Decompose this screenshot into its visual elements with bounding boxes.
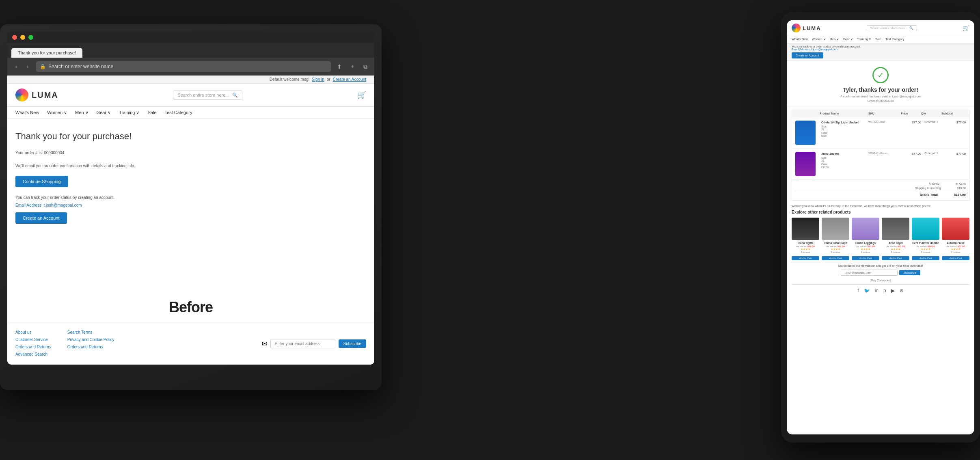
tablet-cart-icon[interactable]: 🛒 [963,25,969,31]
footer-customer-service[interactable]: Customer Service [15,336,51,343]
tablet-nav-whats-new[interactable]: What's New [792,37,808,41]
mac-fullscreen-dot[interactable] [28,35,33,40]
grand-total-label: Grand Total [920,193,938,197]
linkedin-icon[interactable]: in [875,288,879,294]
continue-shopping-button[interactable]: Continue Shopping [15,176,68,187]
search-icon[interactable]: 🔍 [232,93,238,98]
add-to-cart-button-5[interactable]: Add to Cart [912,256,939,260]
product-card-reviews-2: 3 reviews [822,251,849,253]
thank-you-title: Thank you for your purchase! [15,131,366,142]
youtube-icon[interactable]: ▶ [891,288,895,294]
footer-privacy[interactable]: Privacy and Cookie Policy [67,336,114,343]
shipping-value: $10.00 [957,187,966,190]
nav-whats-new[interactable]: What's New [15,110,39,115]
footer-about-us[interactable]: About us [15,329,51,336]
footer-advanced-search[interactable]: Advanced Search [15,351,51,358]
share-button[interactable]: ⬆ [335,62,344,71]
tablet-search-icon: 🔍 [909,26,913,30]
product-card-image-3 [852,218,879,240]
add-to-cart-button-6[interactable]: Add to Cart [942,256,969,260]
order-thanks-title: Tyler, thanks for your order! [792,86,969,93]
product-card-reviews-3: 4 reviews [852,251,879,253]
newsletter-section: Subscribe to our newsletter and get 5% o… [792,264,969,276]
col-qty: Qty [921,112,941,115]
mac-minimize-dot[interactable] [20,35,25,40]
nav-women[interactable]: Women ∨ [47,110,67,115]
address-bar[interactable]: 🔒 Search or enter website name [36,61,331,72]
store-nav: What's New Women ∨ Men ∨ Gear ∨ Training… [7,107,374,119]
mail-icon: ✉ [262,340,267,348]
tablet-nav-gear[interactable]: Gear ∨ [843,37,853,41]
footer-email-input[interactable] [270,339,335,348]
welcome-message: Default welcome msg! [270,77,309,82]
footer-search-terms[interactable]: Search Terms [67,329,114,336]
nav-sale[interactable]: Sale [147,110,156,115]
nav-test-category[interactable]: Test Category [165,110,192,115]
facebook-icon[interactable]: f [857,288,859,294]
add-to-cart-button-1[interactable]: Add to Cart [792,256,819,260]
nav-gear[interactable]: Gear ∨ [97,110,111,115]
products-grid: Diana Tights As low as $28.00 ★★★★ 3 rev… [792,218,969,261]
order-totals: Subtotal $154.00 Shipping & Handling $10… [792,180,969,201]
github-icon[interactable]: ⊛ [900,288,904,294]
tablet-create-account-button[interactable]: Create an Account [792,52,823,58]
browser-content: Default welcome msg! Sign in or Create a… [7,76,374,365]
newsletter-email-input[interactable] [841,270,898,276]
product-qty-1: Ordered: 1 [921,121,941,123]
nav-men[interactable]: Men ∨ [75,110,88,115]
luma-logo: LUMA [15,89,58,102]
subtotal-row: Subtotal $154.00 [795,183,966,186]
order-line1: Your order # is: 000000004. [15,150,366,156]
tablet-search-bar[interactable]: Search entire store here... 🔍 [867,25,917,31]
create-account-link[interactable]: Create an Account [333,77,366,82]
product-card-image-4 [882,218,909,240]
browser-tab[interactable]: Thank you for your purchase! [11,48,82,58]
or-separator: or [327,77,330,82]
tablet-nav-men[interactable]: Men ∨ [830,37,839,41]
col-sku: SKU [868,112,901,115]
nav-training[interactable]: Training ∨ [119,110,139,115]
footer-orders-returns[interactable]: Orders and Returns [15,343,51,351]
col-image [795,112,820,115]
col-product-name: Product Name [820,112,868,115]
newsletter-subscribe-button[interactable]: Subscribe [899,270,920,275]
mac-close-dot[interactable] [12,35,17,40]
cart-icon[interactable]: 🛒 [357,91,366,99]
product-subtotal-1: $77.00 [941,121,966,124]
add-to-cart-button-3[interactable]: Add to Cart [852,256,879,260]
pinterest-icon[interactable]: p [883,288,886,294]
social-icons-bar: f 🐦 in p ▶ ⊛ [792,284,969,297]
add-to-cart-button-2[interactable]: Add to Cart [822,256,849,260]
tabs-button[interactable]: ⧉ [360,62,370,71]
product-card-stars-5: ★★★★ [912,248,939,251]
store-welcome-bar: Default welcome msg! Sign in or Create a… [7,76,374,84]
product-color-1: ColorBlue [821,132,868,137]
sign-in-link[interactable]: Sign in [312,77,324,82]
grand-total-value: $164.00 [954,193,966,197]
product-card-image-2 [822,218,849,240]
footer-subscribe-button[interactable]: Subscribe [339,339,366,348]
tablet-nav-women[interactable]: Women ∨ [812,37,826,41]
grand-total-row: Grand Total $164.00 [795,191,966,197]
related-message: We'll let you know when it's on the way.… [792,205,969,207]
tablet-nav-test-category[interactable]: Test Category [885,37,904,41]
product-card-image-1 [792,218,819,240]
tablet-nav: What's New Women ∨ Men ∨ Gear ∨ Training… [787,35,974,43]
product-card-name-6: Autumn Pulse [942,242,969,244]
product-color-2: ColorGreen [821,163,868,168]
footer-col-2: Search Terms Privacy and Cookie Policy O… [67,329,114,358]
table-row: Olivia 1/4 Zip Light Jacket SizeXL Color… [792,117,969,149]
store-search[interactable]: Search entire store here... 🔍 [173,91,242,100]
tablet-nav-sale[interactable]: Sale [875,37,881,41]
footer-orders-returns-2[interactable]: Orders and Returns [67,343,114,351]
new-tab-button[interactable]: + [348,62,357,71]
create-account-button[interactable]: Create an Account [15,212,67,224]
back-button[interactable]: ‹ [11,62,21,71]
stay-connected-label: Stay Connected [787,279,974,282]
twitter-icon[interactable]: 🐦 [864,288,870,294]
product-size-1: SizeXL [821,125,868,131]
forward-button[interactable]: › [23,62,32,71]
add-to-cart-button-4[interactable]: Add to Cart [882,256,909,260]
tablet-body: LUMA Search entire store here... 🔍 🛒 Wha… [781,12,980,443]
tablet-nav-training[interactable]: Training ∨ [857,37,871,41]
